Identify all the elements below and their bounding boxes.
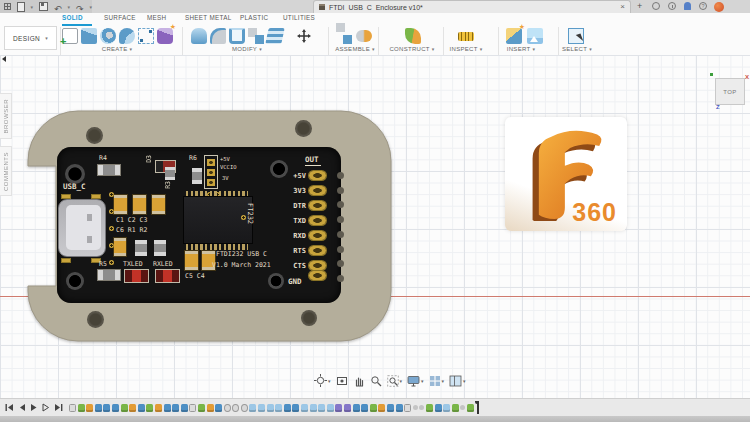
inspect-group-label[interactable]: INSPECT [450, 46, 483, 52]
timeline-feature-icon[interactable] [361, 404, 368, 412]
tab-mesh[interactable]: MESH [147, 14, 166, 21]
zoom-window-caret-icon[interactable]: ▾ [400, 378, 403, 384]
timeline-feature-icon[interactable] [267, 404, 274, 412]
timeline-feature-icon[interactable] [275, 404, 282, 412]
timeline-feature-icon[interactable] [189, 404, 196, 412]
timeline-feature-icon[interactable] [95, 404, 102, 412]
timeline-feature-icon[interactable] [370, 404, 377, 412]
create-group-label[interactable]: CREATE [102, 46, 133, 52]
undo-caret-icon[interactable]: ▾ [67, 4, 70, 10]
orbit-icon[interactable]: ▾ [314, 374, 331, 387]
offset-face-icon[interactable] [265, 28, 284, 44]
create-sketch-icon[interactable] [62, 28, 78, 44]
recent-activity-icon[interactable] [668, 2, 676, 10]
insert-derive-icon[interactable] [506, 28, 522, 44]
play-icon[interactable] [30, 403, 38, 412]
timeline-feature-icon[interactable] [207, 404, 214, 412]
data-panel-icon[interactable] [4, 3, 11, 10]
construction-plane-icon[interactable] [405, 28, 421, 44]
select-icon[interactable] [568, 28, 584, 44]
timeline-feature-icon[interactable] [467, 404, 474, 412]
new-tab-button[interactable]: + [637, 1, 642, 12]
measure-icon[interactable] [458, 32, 474, 41]
display-settings-caret-icon[interactable]: ▾ [421, 378, 424, 384]
viewport-canvas[interactable]: BROWSER COMMENTS TOP X Z [0, 55, 750, 398]
grid-settings-icon[interactable]: ▾ [429, 375, 445, 387]
tab-surface[interactable]: SURFACE [104, 14, 136, 21]
zoom-window-icon[interactable]: ▾ [387, 375, 403, 387]
create-form-icon[interactable] [157, 28, 173, 44]
viewports-icon[interactable]: ▾ [449, 375, 466, 387]
timeline-feature-icon[interactable] [198, 404, 205, 412]
help-icon[interactable] [699, 2, 707, 10]
timeline-feature-icon[interactable] [112, 404, 119, 412]
skip-start-icon[interactable] [5, 403, 14, 412]
insert-group-label[interactable]: INSERT [507, 46, 536, 52]
viewcube[interactable]: TOP [715, 78, 745, 105]
timeline-feature-icon[interactable] [146, 404, 153, 412]
close-tab-button[interactable]: × [620, 3, 625, 11]
display-settings-icon[interactable]: ▾ [407, 375, 424, 387]
timeline-feature-icon[interactable] [460, 405, 465, 410]
timeline-feature-icon[interactable] [318, 404, 325, 412]
timeline-feature-icon[interactable] [69, 404, 76, 412]
extrude-icon[interactable] [81, 28, 97, 44]
file-menu-icon[interactable] [17, 2, 25, 12]
modify-group-label[interactable]: MODIFY [232, 46, 262, 52]
job-status-icon[interactable] [652, 2, 660, 10]
timeline-feature-icon[interactable] [419, 405, 424, 410]
timeline-feature-icon[interactable] [258, 404, 265, 412]
pattern-icon[interactable] [138, 28, 154, 44]
timeline-feature-icon[interactable] [138, 404, 145, 412]
pan-icon[interactable] [353, 375, 365, 387]
timeline-feature-icon[interactable] [301, 404, 308, 412]
combine-icon[interactable] [248, 28, 264, 44]
timeline-feature-icon[interactable] [378, 404, 385, 412]
timeline-feature-icon[interactable] [284, 404, 291, 412]
insert-canvas-icon[interactable] [527, 28, 543, 44]
timeline-feature-icon[interactable] [164, 404, 171, 412]
workspace-switcher[interactable]: DESIGN [4, 26, 57, 50]
timeline-feature-icon[interactable] [86, 404, 93, 412]
viewports-caret-icon[interactable]: ▾ [463, 378, 466, 384]
timeline-feature-icon[interactable] [232, 404, 239, 412]
new-component-icon[interactable] [336, 28, 352, 44]
timeline-feature-icon[interactable] [224, 404, 231, 412]
pcb-board[interactable]: USB_C R4 R5 D3 R6 +5V VCCIO 3V [57, 147, 341, 303]
timeline-feature-icon[interactable] [181, 404, 188, 412]
tab-sheet-metal[interactable]: SHEET METAL [185, 14, 231, 21]
panel-collapse-arrow-icon[interactable] [2, 56, 6, 62]
notifications-icon[interactable] [684, 2, 691, 10]
fillet-icon[interactable] [210, 28, 226, 44]
sidebar-tab-comments[interactable]: COMMENTS [0, 146, 12, 196]
tab-utilities[interactable]: UTILITIES [283, 14, 315, 21]
timeline-feature-icon[interactable] [249, 404, 256, 412]
orbit-caret-icon[interactable]: ▾ [328, 378, 331, 384]
press-pull-icon[interactable] [191, 28, 207, 44]
timeline-feature-icon[interactable] [327, 404, 334, 412]
grid-settings-caret-icon[interactable]: ▾ [442, 378, 445, 384]
joint-icon[interactable] [356, 30, 372, 42]
assemble-group-label[interactable]: ASSEMBLE [335, 46, 375, 52]
avatar[interactable] [714, 2, 724, 12]
sweep-icon[interactable] [119, 28, 135, 44]
step-forward-icon[interactable] [42, 403, 50, 412]
skip-end-icon[interactable] [54, 403, 63, 412]
move-copy-icon[interactable] [296, 28, 312, 44]
timeline-feature-icon[interactable] [241, 404, 248, 412]
timeline-feature-icon[interactable] [387, 404, 394, 412]
timeline-feature-icon[interactable] [335, 404, 342, 412]
timeline-feature-icon[interactable] [452, 404, 459, 412]
timeline-feature-icon[interactable] [78, 404, 85, 412]
timeline-feature-icon[interactable] [215, 404, 222, 412]
select-group-label[interactable]: SELECT [562, 46, 592, 52]
timeline-feature-icon[interactable] [172, 404, 179, 412]
timeline-feature-icon[interactable] [310, 404, 317, 412]
timeline-feature-icon[interactable] [103, 404, 110, 412]
timeline-feature-icon[interactable] [292, 404, 299, 412]
look-at-icon[interactable] [336, 375, 348, 387]
timeline-feature-icon[interactable] [435, 404, 442, 412]
timeline-feature-icon[interactable] [129, 404, 136, 412]
timeline-feature-icon[interactable] [353, 404, 360, 412]
tab-plastic[interactable]: PLASTIC [240, 14, 268, 21]
